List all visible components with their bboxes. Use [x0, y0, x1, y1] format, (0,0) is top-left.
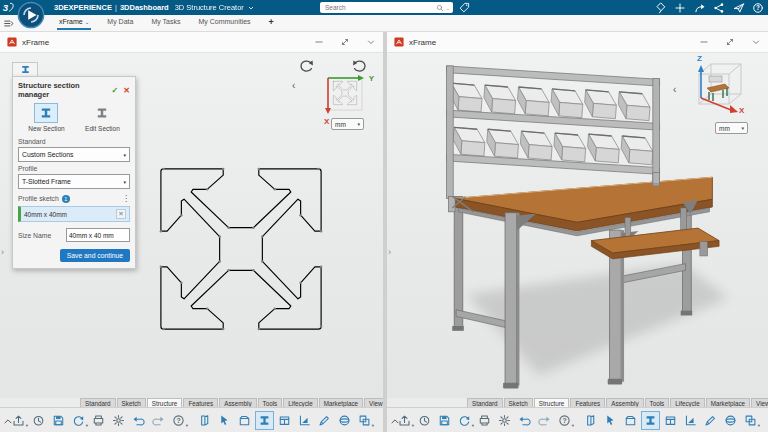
expand-icon[interactable]: [340, 37, 350, 47]
widget-menu-caret-icon[interactable]: [366, 37, 376, 47]
standard-select[interactable]: Custom Sections▾: [18, 147, 130, 162]
settings-tool[interactable]: [109, 411, 128, 430]
sphere-tool[interactable]: [335, 411, 354, 430]
frame-tool[interactable]: [581, 411, 600, 430]
settings-tool[interactable]: [495, 411, 514, 430]
app-name: 3D Structure Creator: [175, 3, 244, 12]
help-icon[interactable]: [752, 2, 764, 14]
select-frame-tool[interactable]: [215, 411, 234, 430]
minimize-icon[interactable]: [699, 37, 709, 47]
edit-section-button[interactable]: Edit Section: [85, 103, 120, 132]
panel-flyout-icon[interactable]: ›: [388, 247, 391, 257]
compass-logo-icon[interactable]: [17, 1, 45, 29]
assembly-pattern-tool[interactable]: ▾: [355, 411, 374, 430]
panel-tool[interactable]: [661, 411, 680, 430]
structure-section-tool[interactable]: [255, 411, 274, 430]
frame-network-tool[interactable]: [235, 411, 254, 430]
add-tab-button[interactable]: +: [267, 15, 276, 32]
panel-tool[interactable]: [275, 411, 294, 430]
dashboard-tab-my-data[interactable]: My Data: [105, 16, 135, 30]
content-menu-icon[interactable]: [3, 18, 14, 29]
dashboard-tab-my-communities[interactable]: My Communities: [196, 16, 252, 30]
redo-tool[interactable]: [149, 411, 168, 430]
dassault-systemes-logo[interactable]: 3: [2, 0, 18, 15]
frame-network-tool[interactable]: [621, 411, 640, 430]
assistant-icon[interactable]: [733, 2, 745, 14]
chamfer-tool[interactable]: [315, 411, 334, 430]
action-bar: StandardSketchStructureFeaturesAssemblyT…: [387, 398, 768, 432]
redo-tool[interactable]: [535, 411, 554, 430]
sketch-menu-icon[interactable]: ⋮: [122, 194, 130, 203]
collapse-axis-widget-icon[interactable]: ‹: [673, 84, 676, 95]
widget-menu-caret-icon[interactable]: [751, 37, 761, 47]
axis-x-label[interactable]: X: [324, 117, 329, 126]
support-tool[interactable]: [295, 411, 314, 430]
collapse-axis-widget-icon[interactable]: ‹: [292, 80, 295, 91]
dialog-close-button[interactable]: ✕: [123, 86, 130, 95]
new-section-button[interactable]: New Section: [28, 103, 65, 132]
dialog-tab[interactable]: [12, 62, 38, 76]
sync-tool[interactable]: ▾: [455, 411, 474, 430]
notifications-icon[interactable]: [655, 2, 667, 14]
search-options-caret-icon[interactable]: ⌄: [446, 5, 450, 11]
axis-z-label[interactable]: Z: [697, 54, 702, 63]
navigation-cube-widget[interactable]: Z X: [687, 56, 749, 120]
history-tool[interactable]: [29, 411, 48, 430]
xframe-app-icon: [7, 37, 17, 47]
xframe-app-icon: [394, 37, 404, 47]
minimize-icon[interactable]: [314, 37, 324, 47]
search-input[interactable]: [323, 3, 436, 12]
assembly-pattern-tool[interactable]: ▾: [741, 411, 760, 430]
units-dropdown[interactable]: mm▾: [715, 122, 748, 134]
frame-tool[interactable]: [195, 411, 214, 430]
chamfer-tool[interactable]: [701, 411, 720, 430]
chip-remove-icon[interactable]: ✕: [116, 209, 126, 219]
share-icon[interactable]: [694, 2, 706, 14]
dashboard-tab-my-tasks[interactable]: My Tasks: [149, 16, 182, 30]
add-content-icon[interactable]: [674, 2, 686, 14]
help-tool[interactable]: ▾: [555, 411, 574, 430]
collapse-toolbar-icon[interactable]: [2, 415, 14, 427]
axis-x-label[interactable]: X: [739, 106, 744, 115]
sketch-count-badge: 1: [62, 195, 70, 203]
sketch-canvas[interactable]: ‹ Y X mm▾ ›: [0, 52, 383, 398]
nav-tab-caret-icon[interactable]: ⌄: [85, 19, 90, 25]
print-tool[interactable]: [475, 411, 494, 430]
tag-icon[interactable]: [459, 2, 470, 13]
viewport-header: xFrame: [387, 32, 768, 53]
expand-icon[interactable]: [725, 37, 735, 47]
sphere-tool[interactable]: [721, 411, 740, 430]
save-and-continue-button[interactable]: Save and continue: [60, 249, 130, 262]
social-icon[interactable]: [713, 2, 725, 14]
save-tool[interactable]: [49, 411, 68, 430]
help-tool[interactable]: ▾: [169, 411, 188, 430]
mini-bench-preview: [707, 76, 729, 101]
panel-flyout-icon[interactable]: ›: [1, 247, 4, 257]
undo-tool[interactable]: [515, 411, 534, 430]
profile-select[interactable]: T-Slotted Frame▾: [18, 174, 130, 189]
dialog-ok-button[interactable]: ✓: [112, 86, 119, 95]
search-icon[interactable]: [436, 4, 444, 12]
dashboard-tab-xframe[interactable]: xFrame⌄: [57, 16, 91, 30]
app-switcher-caret-icon[interactable]: [247, 4, 255, 12]
axis-y-label[interactable]: Y: [369, 74, 374, 83]
collapse-toolbar-icon[interactable]: [389, 415, 401, 427]
search-box[interactable]: ⌄: [320, 2, 453, 13]
units-caret-icon: ▾: [357, 121, 360, 127]
sync-tool[interactable]: ▾: [69, 411, 88, 430]
undo-tool[interactable]: [129, 411, 148, 430]
tslot-profile-sketch[interactable]: [152, 160, 330, 338]
save-tool[interactable]: [435, 411, 454, 430]
brand-3ddashboard: 3DDashboard: [120, 3, 169, 12]
history-tool[interactable]: [415, 411, 434, 430]
structure-section-tool[interactable]: [641, 411, 660, 430]
print-tool[interactable]: [89, 411, 108, 430]
support-tool[interactable]: [681, 411, 700, 430]
size-name-input[interactable]: [66, 228, 130, 242]
units-dropdown[interactable]: mm▾: [331, 118, 364, 130]
sketch-selection-chip[interactable]: 40mm x 40mm ✕: [18, 206, 130, 222]
model-canvas[interactable]: ‹: [387, 52, 768, 398]
profile-sketch-label: Profile sketch: [18, 195, 59, 202]
select-frame-tool[interactable]: [601, 411, 620, 430]
rotate-view-left-icon[interactable]: [298, 58, 314, 74]
